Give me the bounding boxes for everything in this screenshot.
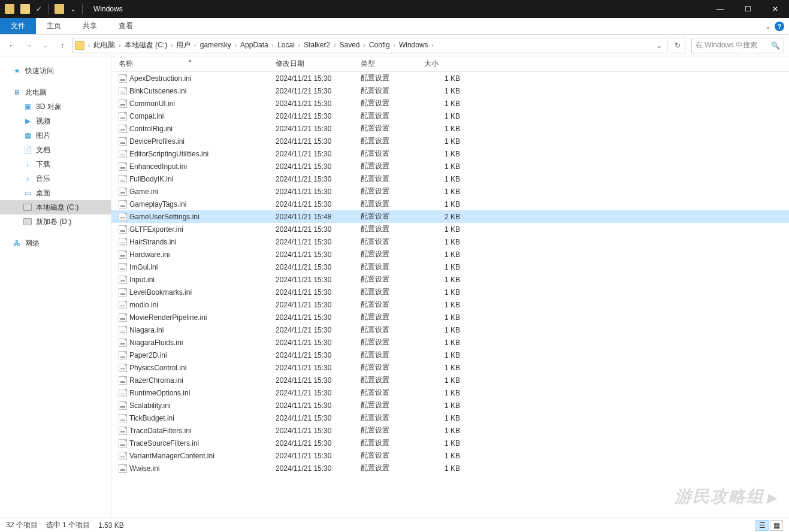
- ini-file-icon: [119, 200, 127, 208]
- file-row[interactable]: Game.ini2024/11/21 15:30配置设置1 KB: [111, 185, 789, 198]
- search-box[interactable]: 在 Windows 中搜索 🔍: [691, 38, 784, 53]
- chevron-right-icon[interactable]: ›: [332, 42, 337, 49]
- chevron-down-icon[interactable]: ⌄: [654, 41, 664, 50]
- file-row[interactable]: modio.ini2024/11/21 15:30配置设置1 KB: [111, 298, 789, 311]
- help-icon[interactable]: ?: [775, 22, 784, 31]
- forward-button[interactable]: →: [22, 38, 36, 53]
- sidebar-this-pc[interactable]: 🖥 此电脑: [0, 85, 111, 99]
- breadcrumb-item[interactable]: 本地磁盘 (C:): [122, 41, 170, 49]
- chevron-right-icon[interactable]: ›: [392, 42, 397, 49]
- file-rows: ApexDestruction.ini2024/11/21 15:30配置设置1…: [111, 72, 789, 518]
- column-type[interactable]: 类型: [353, 59, 424, 69]
- recent-locations-button[interactable]: ⌄: [38, 38, 53, 53]
- breadcrumb-item[interactable]: Saved: [337, 41, 362, 49]
- star-icon: ★: [12, 66, 22, 75]
- file-row[interactable]: TraceDataFilters.ini2024/11/21 15:30配置设置…: [111, 424, 789, 437]
- file-name-cell: GameplayTags.ini: [111, 200, 268, 208]
- file-row[interactable]: HairStrands.ini2024/11/21 15:30配置设置1 KB: [111, 235, 789, 248]
- chevron-right-icon[interactable]: ›: [271, 42, 275, 49]
- up-button[interactable]: ↑: [55, 38, 69, 53]
- file-name-cell: CommonUI.ini: [111, 99, 268, 108]
- chevron-right-icon[interactable]: ›: [87, 42, 91, 49]
- column-name[interactable]: ▴ 名称: [111, 59, 268, 69]
- chevron-right-icon[interactable]: ›: [193, 42, 197, 49]
- file-row[interactable]: RuntimeOptions.ini2024/11/21 15:30配置设置1 …: [111, 386, 789, 399]
- file-row[interactable]: VariantManagerContent.ini2024/11/21 15:3…: [111, 449, 789, 462]
- breadcrumb-item[interactable]: Local: [275, 41, 297, 49]
- file-row[interactable]: ImGui.ini2024/11/21 15:30配置设置1 KB: [111, 261, 789, 273]
- file-row[interactable]: NiagaraFluids.ini2024/11/21 15:30配置设置1 K…: [111, 336, 789, 349]
- sidebar-item[interactable]: ▭桌面: [0, 186, 111, 200]
- ribbon-tab[interactable]: 查看: [108, 18, 144, 34]
- breadcrumb-item[interactable]: Windows: [397, 41, 431, 49]
- breadcrumb-item[interactable]: Config: [367, 41, 392, 49]
- chevron-right-icon[interactable]: ›: [431, 42, 435, 49]
- file-date-cell: 2024/11/21 15:48: [268, 213, 353, 221]
- ribbon-tab[interactable]: 主页: [36, 18, 72, 34]
- sidebar-quick-access[interactable]: ★ 快速访问: [0, 64, 111, 78]
- sidebar-drive[interactable]: 本地磁盘 (C:): [0, 200, 111, 214]
- chevron-right-icon[interactable]: ›: [362, 42, 367, 49]
- file-row[interactable]: EnhancedInput.ini2024/11/21 15:30配置设置1 K…: [111, 160, 789, 173]
- icons-view-button[interactable]: ▦: [770, 520, 783, 531]
- file-row[interactable]: TraceSourceFilters.ini2024/11/21 15:30配置…: [111, 437, 789, 449]
- sidebar-item[interactable]: ↓下载: [0, 157, 111, 171]
- file-row[interactable]: RazerChroma.ini2024/11/21 15:30配置设置1 KB: [111, 374, 789, 386]
- sidebar-item[interactable]: ▶视频: [0, 114, 111, 128]
- file-row[interactable]: BinkCutscenes.ini2024/11/21 15:30配置设置1 K…: [111, 84, 789, 97]
- file-name-cell: Paper2D.ini: [111, 351, 268, 359]
- close-button[interactable]: ✕: [761, 0, 789, 18]
- file-row[interactable]: CommonUI.ini2024/11/21 15:30配置设置1 KB: [111, 97, 789, 110]
- file-row[interactable]: DeviceProfiles.ini2024/11/21 15:30配置设置1 …: [111, 135, 789, 147]
- back-button[interactable]: ←: [5, 38, 19, 53]
- chevron-down-icon[interactable]: ⌄: [765, 22, 771, 31]
- file-size-cell: 1 KB: [424, 313, 467, 322]
- checkmark-icon[interactable]: ✓: [34, 5, 44, 13]
- file-row[interactable]: GameUserSettings.ini2024/11/21 15:48配置设置…: [111, 210, 789, 223]
- file-row[interactable]: ControlRig.ini2024/11/21 15:30配置设置1 KB: [111, 122, 789, 135]
- file-row[interactable]: GLTFExporter.ini2024/11/21 15:30配置设置1 KB: [111, 223, 789, 235]
- file-row[interactable]: FullBodyIK.ini2024/11/21 15:30配置设置1 KB: [111, 173, 789, 185]
- file-row[interactable]: PhysicsControl.ini2024/11/21 15:30配置设置1 …: [111, 361, 789, 374]
- search-icon: 🔍: [771, 41, 780, 50]
- file-tab[interactable]: 文件: [0, 18, 36, 34]
- file-name-cell: TraceDataFilters.ini: [111, 427, 268, 435]
- breadcrumb-item[interactable]: Stalker2: [301, 41, 332, 49]
- file-row[interactable]: Niagara.ini2024/11/21 15:30配置设置1 KB: [111, 324, 789, 336]
- file-row[interactable]: GameplayTags.ini2024/11/21 15:30配置设置1 KB: [111, 198, 789, 210]
- sidebar-drive[interactable]: 新加卷 (D:): [0, 214, 111, 229]
- file-row[interactable]: Compat.ini2024/11/21 15:30配置设置1 KB: [111, 110, 789, 122]
- address-bar[interactable]: › 此电脑›本地磁盘 (C:)›用户›gamersky›AppData›Loca…: [72, 38, 667, 53]
- file-row[interactable]: LevelBookmarks.ini2024/11/21 15:30配置设置1 …: [111, 286, 789, 298]
- file-row[interactable]: TickBudget.ini2024/11/21 15:30配置设置1 KB: [111, 412, 789, 424]
- file-row[interactable]: Hardware.ini2024/11/21 15:30配置设置1 KB: [111, 248, 789, 261]
- sidebar-network[interactable]: 🖧 网络: [0, 236, 111, 250]
- sidebar-item[interactable]: ▣3D 对象: [0, 99, 111, 114]
- ribbon-tab[interactable]: 共享: [72, 18, 108, 34]
- file-row[interactable]: Wwise.ini2024/11/21 15:30配置设置1 KB: [111, 462, 789, 474]
- file-row[interactable]: EditorScriptingUtilities.ini2024/11/21 1…: [111, 147, 789, 160]
- breadcrumb-item[interactable]: 用户: [174, 41, 193, 49]
- chevron-right-icon[interactable]: ›: [234, 42, 238, 49]
- breadcrumb-item[interactable]: 此电脑: [91, 41, 117, 49]
- column-size[interactable]: 大小: [424, 59, 467, 69]
- status-item-count: 32 个项目: [6, 520, 38, 530]
- chevron-down-icon[interactable]: ⌄: [68, 5, 78, 13]
- file-row[interactable]: MovieRenderPipeline.ini2024/11/21 15:30配…: [111, 311, 789, 324]
- file-row[interactable]: ApexDestruction.ini2024/11/21 15:30配置设置1…: [111, 72, 789, 84]
- file-row[interactable]: Input.ini2024/11/21 15:30配置设置1 KB: [111, 273, 789, 286]
- sidebar-item[interactable]: 📄文档: [0, 143, 111, 157]
- sidebar-item[interactable]: ♪音乐: [0, 171, 111, 186]
- details-view-button[interactable]: ☰: [755, 520, 769, 531]
- sidebar-item[interactable]: ▦图片: [0, 128, 111, 143]
- refresh-button[interactable]: ↻: [670, 38, 685, 53]
- maximize-button[interactable]: ☐: [734, 0, 761, 18]
- file-row[interactable]: Scalability.ini2024/11/21 15:30配置设置1 KB: [111, 399, 789, 412]
- column-date[interactable]: 修改日期: [268, 59, 353, 69]
- file-row[interactable]: Paper2D.ini2024/11/21 15:30配置设置1 KB: [111, 349, 789, 361]
- chevron-right-icon[interactable]: ›: [117, 42, 122, 49]
- breadcrumb-item[interactable]: gamersky: [198, 41, 234, 49]
- breadcrumb-item[interactable]: AppData: [238, 41, 271, 49]
- file-name-cell: Scalability.ini: [111, 401, 268, 410]
- minimize-button[interactable]: —: [706, 0, 734, 18]
